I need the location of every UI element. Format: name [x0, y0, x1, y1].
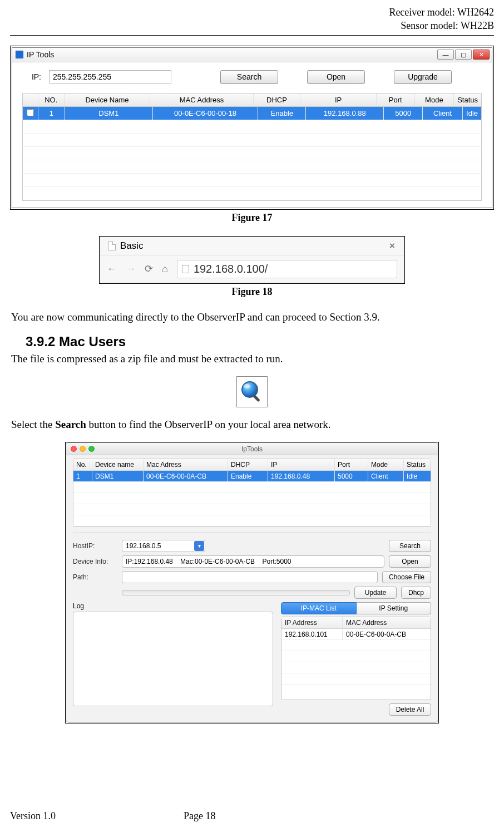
footer-version: Version 1.0 [10, 810, 56, 822]
mac-window-title: IpTools [241, 445, 263, 453]
table-header: No. Device name Mac Adress DHCP IP Port … [73, 459, 431, 471]
minimize-icon[interactable]: — [437, 50, 454, 60]
tab-close-icon[interactable]: × [389, 240, 398, 252]
cell-status: Idle [463, 107, 481, 120]
svg-point-1 [244, 384, 250, 388]
col-status: Status [404, 459, 431, 470]
paragraph: The file is compressed as a zip file and… [11, 352, 493, 366]
col-ip: IP [300, 93, 377, 106]
header-rule [10, 35, 494, 36]
path-field[interactable] [122, 571, 378, 583]
mac-figure-frame: IpTools No. Device name Mac Adress DHCP … [65, 442, 439, 723]
seg-ipsetting[interactable]: IP Setting [357, 602, 432, 614]
hostip-label: HostIP: [73, 542, 117, 550]
deviceinfo-label: Device Info: [73, 558, 117, 565]
ipmac-table: IP Address MAC Address 192.168.0.101 00-… [281, 617, 431, 700]
upgrade-button[interactable]: Upgrade [394, 70, 452, 84]
cell-mac: 00-0E-C6-00-0A-CB [144, 471, 228, 481]
row-checkbox[interactable] [27, 109, 34, 116]
forward-icon[interactable]: → [126, 263, 136, 275]
cell-dhcp: Enable [258, 107, 306, 120]
chevron-down-icon[interactable]: ▾ [194, 541, 204, 551]
svg-rect-2 [253, 395, 260, 402]
search-app-icon [236, 376, 268, 407]
col-ipaddress: IP Address [281, 617, 343, 628]
hostip-combo[interactable] [122, 540, 205, 552]
home-icon[interactable]: ⌂ [162, 263, 168, 275]
table-header: IP Address MAC Address [281, 617, 431, 629]
browser-tab[interactable]: Basic × [100, 237, 404, 255]
search-button[interactable]: Search [220, 70, 278, 84]
col-no: No. [73, 459, 92, 470]
log-textarea[interactable] [73, 612, 273, 706]
paragraph: Select the Search button to find the Obs… [11, 417, 493, 432]
dhcp-button[interactable]: Dhcp [401, 587, 431, 599]
cell-ip: 192.168.0.101 [281, 629, 343, 639]
choosefile-button[interactable]: Choose File [382, 571, 431, 583]
magnifier-icon [240, 380, 264, 404]
table-header: NO. Device Name MAC Address DHCP IP Port… [23, 93, 481, 107]
cell-ip: 192.168.0.88 [306, 107, 384, 120]
update-button[interactable]: Update [354, 587, 397, 599]
figure17-caption: Figure 17 [10, 212, 494, 224]
open-button[interactable]: Open [389, 555, 431, 568]
path-label: Path: [73, 573, 117, 581]
browser-window: Basic × ← → ⟳ ⌂ 192.168.0.100/ [100, 237, 404, 283]
header-line2: Sensor model: WH22B [10, 19, 494, 32]
mac-titlebar: IpTools [66, 443, 438, 455]
table-row[interactable]: 192.168.0.101 00-0E-C6-00-0A-CB [281, 629, 431, 640]
col-dhcp: DHCP [228, 459, 268, 470]
col-devicename: Device Name [65, 93, 150, 106]
col-no: NO. [38, 93, 65, 106]
log-label: Log [73, 602, 273, 610]
mac-device-table: No. Device name Mac Adress DHCP IP Port … [73, 459, 431, 527]
figure17-frame: IP Tools — ▢ ✕ IP: Search Open Upgra [10, 46, 494, 210]
address-bar[interactable]: 192.168.0.100/ [177, 260, 397, 278]
seg-ipmaclist[interactable]: IP-MAC List [281, 602, 357, 614]
reload-icon[interactable]: ⟳ [145, 263, 153, 275]
cell-dhcp: Enable [228, 471, 268, 481]
col-mode: Mode [415, 93, 454, 106]
divider [73, 533, 431, 533]
open-button[interactable]: Open [307, 70, 365, 84]
col-mac: Mac Adress [144, 459, 228, 470]
maximize-icon[interactable]: ▢ [455, 50, 472, 60]
cell-mac: 00-0E-C6-00-0A-CB [343, 629, 431, 639]
cell-devicename: DSM1 [92, 471, 144, 481]
search-button[interactable]: Search [389, 540, 431, 552]
mac-minimize-icon[interactable] [80, 446, 86, 452]
mac-iptools-window: IpTools No. Device name Mac Adress DHCP … [66, 442, 438, 723]
deleteall-button[interactable]: Delete All [389, 703, 431, 716]
section-heading: 3.9.2 Mac Users [26, 334, 494, 349]
ip-input[interactable] [49, 70, 171, 83]
table-row[interactable]: 1 DSM1 00-0E-C6-00-00-18 Enable 192.168.… [23, 107, 481, 120]
cell-mac: 00-0E-C6-00-00-18 [153, 107, 259, 120]
url-text: 192.168.0.100/ [194, 263, 268, 275]
cell-status: Idle [404, 471, 431, 481]
cell-mode: Client [368, 471, 404, 481]
cell-no: 1 [38, 107, 65, 120]
col-ip: IP [268, 459, 335, 470]
col-mode: Mode [368, 459, 404, 470]
deviceinfo-field[interactable] [122, 555, 384, 568]
segmented-control: IP-MAC List IP Setting [281, 602, 431, 614]
figure18-frame: Basic × ← → ⟳ ⌂ 192.168.0.100/ [99, 236, 405, 284]
mac-close-icon[interactable] [71, 446, 77, 452]
app-icon [16, 51, 23, 58]
cell-devicename: DSM1 [65, 107, 153, 120]
paragraph: You are now communicating directly to th… [11, 310, 493, 324]
bold-text: Search [55, 419, 86, 430]
progress-bar [122, 590, 350, 595]
window-title: IP Tools [27, 50, 54, 59]
footer-page: Page 18 [184, 810, 216, 822]
tab-label: Basic [120, 240, 144, 252]
page-icon [182, 265, 189, 273]
mac-zoom-icon[interactable] [88, 446, 95, 452]
col-devicename: Device name [92, 459, 144, 470]
col-port: Port [377, 93, 415, 106]
table-row[interactable]: 1 DSM1 00-0E-C6-00-0A-CB Enable 192.168.… [73, 471, 431, 482]
close-icon[interactable]: ✕ [473, 50, 490, 60]
text: button to find the ObserverIP on your lo… [86, 419, 331, 430]
col-status: Status [454, 93, 481, 106]
back-icon[interactable]: ← [107, 263, 117, 275]
